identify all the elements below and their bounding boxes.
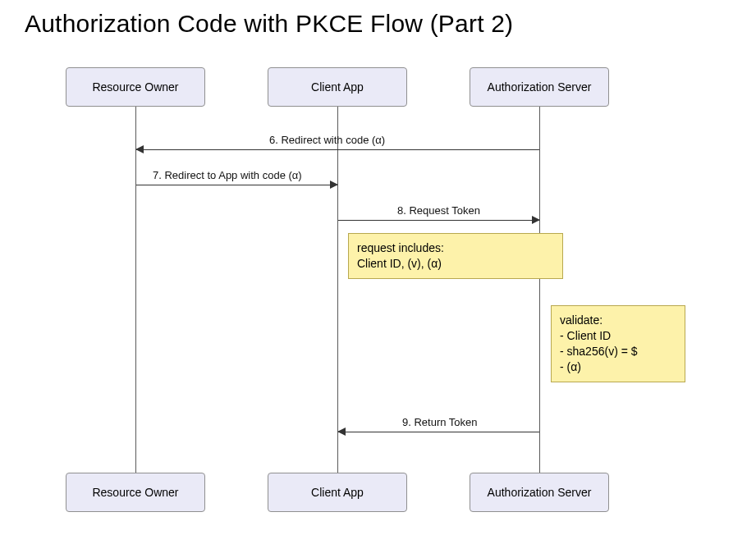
label-msg-9: 9. Return Token	[402, 416, 478, 428]
lifeline-client-app	[337, 107, 338, 473]
note-request-includes: request includes: Client ID, (v), (α)	[348, 233, 563, 279]
lifeline-resource-owner	[135, 107, 136, 473]
actor-resource-owner-top: Resource Owner	[66, 67, 205, 107]
actor-resource-owner-bottom: Resource Owner	[66, 473, 205, 512]
actor-auth-server-top: Authorization Server	[470, 67, 609, 107]
note-validate-line3: - sha256(v) = $	[560, 344, 676, 359]
note-validate: validate: - Client ID - sha256(v) = $ - …	[551, 305, 685, 382]
label-msg-7: 7. Redirect to App with code (α)	[153, 169, 302, 181]
arrowhead-right-icon	[532, 216, 540, 224]
note-validate-line4: - (α)	[560, 359, 676, 375]
actor-client-app-bottom: Client App	[268, 473, 407, 512]
note-request-line2: Client ID, (v), (α)	[357, 256, 554, 272]
diagram-title: Authorization Code with PKCE Flow (Part …	[25, 10, 513, 38]
arrowhead-right-icon	[330, 181, 338, 189]
arrowhead-left-icon	[337, 428, 346, 436]
lifeline-auth-server	[539, 107, 540, 473]
arrow-msg-6	[136, 149, 539, 150]
note-validate-line1: validate:	[560, 313, 676, 328]
label-msg-8: 8. Request Token	[397, 204, 480, 217]
arrow-msg-8	[338, 220, 539, 221]
arrow-msg-9	[338, 432, 539, 432]
actor-auth-server-bottom: Authorization Server	[470, 473, 609, 512]
arrow-msg-7	[136, 185, 337, 185]
arrowhead-left-icon	[135, 145, 144, 153]
actor-client-app-top: Client App	[268, 67, 407, 107]
label-msg-6: 6. Redirect with code (α)	[269, 134, 385, 146]
diagram-canvas: Authorization Code with PKCE Flow (Part …	[0, 0, 756, 535]
note-validate-line2: - Client ID	[560, 328, 676, 344]
note-request-line1: request includes:	[357, 240, 554, 256]
